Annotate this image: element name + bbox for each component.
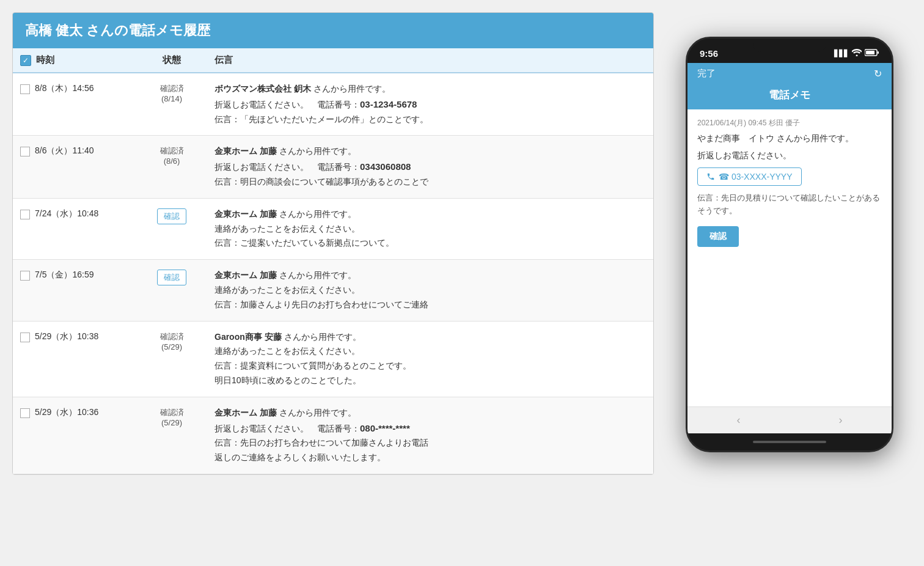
row-message: Garoon商事 安藤 さんから用件です。 連絡があったことをお伝えください。 … [208,330,653,388]
time-value: 8/6（火）11:40 [35,145,94,156]
signal-icon: ▋▋▋ [834,50,849,57]
phone-next-button[interactable]: › [821,414,861,427]
svg-rect-2 [878,51,879,54]
phone-done-button[interactable]: 完了 [697,68,716,79]
phone-number-display: ☎ 03-XXXX-YYYY [719,172,793,182]
battery-icon [865,49,879,57]
phone-number: 080-****-**** [360,423,410,433]
phone-title-bar: 電話メモ [688,84,892,109]
status-text: 確認済(5/29) [160,408,184,427]
status-text: 確認済(5/29) [160,332,184,351]
col-time-header: ✓ 時刻 [13,54,135,66]
phone-home-bar [688,433,892,450]
row-message: 金東ホーム 加藤 さんから用件です。 連絡があったことをお伝えください。 伝言：… [208,268,653,312]
sender-name: 金東ホーム 加藤 [215,209,277,219]
phone-message-line: 伝言：先日の見積りについて確認したいことがあるそうです。 [697,192,882,218]
table-header: ✓ 時刻 状態 伝言 [13,48,653,73]
phone-number: 03-1234-5678 [360,99,417,109]
phone-home-indicator[interactable] [753,441,826,443]
time-header-label: 時刻 [36,54,54,66]
phone-refresh-icon[interactable]: ↻ [874,68,882,79]
phone-status-icons: ▋▋▋ [834,49,879,58]
wifi-icon [852,49,862,58]
time-value: 5/29（水）10:38 [35,331,98,342]
time-value: 5/29（水）10:36 [35,407,98,418]
confirm-button[interactable]: 確認 [157,270,186,285]
page-title: 高橋 健太 さんの電話メモ履歴 [25,21,641,40]
row-status: 確認済(8/14) [135,82,208,103]
col-message-header: 伝言 [208,54,653,66]
sender-name: ボウズマン株式会社 鈅木 [215,84,311,94]
page-header: 高橋 健太 さんの電話メモ履歴 [13,13,653,48]
page-wrapper: 高橋 健太 さんの電話メモ履歴 ✓ 時刻 状態 伝言 8/8（木）14:56 確… [12,12,912,475]
phone-number: 0343060808 [360,161,411,172]
phone-prev-button[interactable]: ‹ [719,414,759,427]
phone-clock: 9:56 [700,48,718,59]
phone-notch [753,39,826,52]
row-status: 確認済(5/29) [135,406,208,427]
status-header-label: 状態 [163,54,181,65]
phone-content: 2021/06/14(月) 09:45 杉田 優子 やまだ商事 イトウ さんから… [688,109,892,406]
row-time: 7/5（金）16:59 [13,268,135,281]
phone-sender-line: やまだ商事 イトウ さんから用件です。 [697,133,882,144]
table-row: 7/5（金）16:59 確認 金東ホーム 加藤 さんから用件です。 連絡があった… [13,260,653,321]
sender-name: Garoon商事 安藤 [215,332,282,342]
row-time: 5/29（水）10:38 [13,330,135,342]
table-row: 5/29（水）10:38 確認済(5/29) Garoon商事 安藤 さんから用… [13,322,653,397]
row-time: 5/29（水）10:36 [13,406,135,418]
sender-name: 金東ホーム 加藤 [215,408,277,417]
select-all-checkbox[interactable]: ✓ [20,55,31,66]
svg-rect-1 [866,51,875,54]
row-message: 金東ホーム 加藤 さんから用件です。 折返しお電話ください。 電話番号：080-… [208,406,653,465]
row-checkbox[interactable] [20,333,30,342]
phone-screen: 完了 ↻ 電話メモ 2021/06/14(月) 09:45 杉田 優子 やまだ商… [688,63,892,433]
row-status: 確認 [135,268,208,285]
sender-name: 金東ホーム 加藤 [215,270,277,280]
row-message: 金東ホーム 加藤 さんから用件です。 折返しお電話ください。 電話番号：0343… [208,144,653,189]
status-text: 確認済(8/14) [160,84,184,103]
row-status: 確認済(8/6) [135,144,208,166]
time-value: 8/8（木）14:56 [35,83,94,94]
table-row: 5/29（水）10:36 確認済(5/29) 金東ホーム 加藤 さんから用件です… [13,397,653,474]
phone-device: 9:56 ▋▋▋ [686,37,893,452]
row-checkbox[interactable] [20,210,30,219]
row-checkbox[interactable] [20,408,30,418]
time-value: 7/24（水）10:48 [35,208,98,219]
row-time: 8/6（火）11:40 [13,144,135,156]
row-message: ボウズマン株式会社 鈅木 さんから用件です。 折返しお電話ください。 電話番号：… [208,82,653,127]
sender-name: 金東ホーム 加藤 [215,146,277,156]
phone-callback-line: 折返しお電話ください。 [697,150,882,161]
message-header-label: 伝言 [215,54,233,65]
phone-app-title: 電話メモ [697,88,882,102]
phone-confirm-button[interactable]: 確認 [697,226,739,247]
time-value: 7/5（金）16:59 [35,270,94,281]
row-time: 7/24（水）10:48 [13,207,135,219]
row-checkbox[interactable] [20,84,30,94]
row-status: 確認 [135,207,208,224]
row-checkbox[interactable] [20,147,30,156]
table-row: 8/8（木）14:56 確認済(8/14) ボウズマン株式会社 鈅木 さんから用… [13,73,653,136]
phone-top-bar: 完了 ↻ [688,63,892,84]
table-row: 8/6（火）11:40 確認済(8/6) 金東ホーム 加藤 さんから用件です。 … [13,136,653,198]
row-checkbox[interactable] [20,271,30,281]
row-message: 金東ホーム 加藤 さんから用件です。 連絡があったことをお伝えください。 伝言：… [208,207,653,251]
row-time: 8/8（木）14:56 [13,82,135,94]
phone-meta: 2021/06/14(月) 09:45 杉田 優子 [697,118,882,128]
confirm-button[interactable]: 確認 [157,208,186,224]
row-status: 確認済(5/29) [135,330,208,351]
col-status-header: 状態 [135,54,208,66]
status-text: 確認済(8/6) [160,146,184,166]
phone-call-button[interactable]: ☎ 03-XXXX-YYYY [697,167,802,186]
table-row: 7/24（水）10:48 確認 金東ホーム 加藤 さんから用件です。 連絡があっ… [13,199,653,260]
main-panel: 高橋 健太 さんの電話メモ履歴 ✓ 時刻 状態 伝言 8/8（木）14:56 確… [12,12,654,475]
phone-bottom-nav: ‹ › [688,406,892,433]
